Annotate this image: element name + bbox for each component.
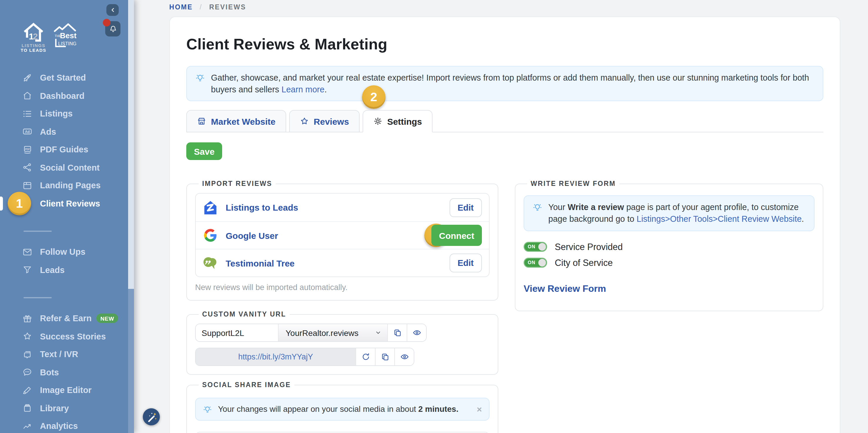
write-review-alert: Your Write a review page is part of your… (524, 195, 814, 231)
preview-short-url-button[interactable] (394, 348, 414, 365)
view-review-form-link[interactable]: View Review Form (524, 283, 814, 294)
copy-vanity-button[interactable] (387, 324, 407, 341)
sidebar-divider (24, 297, 52, 298)
sidebar-scrollbar[interactable] (128, 0, 134, 433)
content-card: 2 Client Reviews & Marketing Gather, sho… (169, 16, 840, 433)
sidebar-item-get-started[interactable]: Get Started (0, 69, 134, 87)
regenerate-short-url-button[interactable] (355, 348, 375, 365)
wr-alert-period: . (802, 214, 804, 224)
sidebar-item-label: Leads (40, 265, 65, 275)
sidebar-item-label: Analytics (40, 422, 78, 431)
toggle-knob (538, 259, 546, 266)
sidebar-item-label: Library (40, 404, 69, 413)
eye-icon (412, 328, 421, 337)
sidebar-item-label: Ads (40, 127, 56, 137)
lightbulb-icon (203, 405, 212, 415)
sidebar-item-pdf-guides[interactable]: PDF PDF Guides (0, 141, 134, 158)
copy-short-url-button[interactable] (375, 348, 394, 365)
write-review-form-section: WRITE REVIEW FORM Your Write a review pa… (515, 180, 823, 311)
source-name: Listings to Leads (226, 202, 298, 212)
paintbrush-icon (22, 385, 32, 395)
import-reviews-section: IMPORT REVIEWS Listings to Leads Edit (186, 180, 498, 300)
sidebar-collapse-button[interactable] (106, 4, 119, 16)
sidebar-item-label: Follow Ups (40, 248, 86, 257)
sidebar-scrollbar-thumb[interactable] (128, 0, 134, 289)
sidebar-item-listings[interactable]: Listings (0, 105, 134, 123)
sidebar-item-refer-earn[interactable]: Refer & Earn NEW (0, 310, 134, 327)
info-banner-text: Gather, showcase, and market your real e… (211, 71, 814, 95)
social-alert-bold: 2 minutes. (418, 405, 459, 413)
sidebar-item-label: Text / IVR (40, 350, 78, 359)
import-sources-list: Listings to Leads Edit (195, 193, 490, 277)
svg-text:Ad: Ad (25, 130, 30, 134)
tab-settings[interactable]: Settings (363, 110, 433, 133)
lightbulb-icon (195, 73, 205, 83)
social-share-image-section: SOCIAL SHARE IMAGE Your changes will app… (186, 381, 498, 433)
tab-reviews[interactable]: Reviews (289, 110, 360, 133)
svg-text:Best: Best (60, 31, 77, 40)
sidebar-item-dashboard[interactable]: Dashboard (0, 87, 134, 105)
client-review-website-link[interactable]: Listings>Other Tools>Client Review Websi… (637, 214, 802, 224)
gear-icon (373, 116, 382, 126)
bell-icon (108, 24, 117, 33)
toggle-row-service-provided: ON Service Provided (524, 240, 814, 253)
edit-listings-to-leads-button[interactable]: Edit (449, 198, 482, 217)
short-url-group: https://bit.ly/3mYYajY (195, 348, 414, 366)
settings-columns: IMPORT REVIEWS Listings to Leads Edit (186, 180, 823, 433)
notifications-button[interactable] (105, 21, 121, 36)
vanity-domain-select[interactable]: YourRealtor.reviews (278, 324, 387, 341)
tab-bar: Market Website Reviews Settings (186, 110, 823, 133)
vanity-url-group: YourRealtor.reviews (195, 324, 427, 342)
tab-market-website[interactable]: Market Website (186, 110, 286, 133)
city-of-service-toggle[interactable]: ON (524, 258, 547, 268)
sidebar-item-bots[interactable]: Bots (0, 363, 134, 381)
learn-more-link[interactable]: Learn more (281, 85, 324, 94)
breadcrumb-separator: / (199, 3, 202, 10)
service-provided-toggle[interactable]: ON (524, 242, 547, 252)
sidebar-item-ads[interactable]: Ad Ads (0, 123, 134, 141)
import-row-google-user: Google User 3 Connect (196, 221, 489, 249)
sidebar-item-label: Image Editor (40, 386, 92, 395)
write-review-legend: WRITE REVIEW FORM (527, 180, 619, 187)
sidebar-item-success-stories[interactable]: Success Stories (0, 327, 134, 345)
main-content: HOME / REVIEWS 2 Client Reviews & Market… (134, 0, 868, 433)
sidebar-item-label: Refer & Earn (40, 314, 92, 323)
share-nodes-icon (22, 163, 32, 173)
chevron-down-icon (375, 329, 381, 336)
new-badge: NEW (96, 314, 118, 323)
svg-text:TO LEADS: TO LEADS (21, 48, 46, 53)
preview-vanity-button[interactable] (407, 324, 426, 341)
custom-vanity-url-section: CUSTOM VANITY URL YourRealtor.reviews (186, 311, 498, 375)
sidebar-nav: Get Started Dashboard Listings Ad Ads PD… (0, 0, 134, 433)
save-button[interactable]: Save (186, 142, 222, 160)
sidebar-item-image-editor[interactable]: Image Editor (0, 381, 134, 399)
toggle-label: Service Provided (555, 241, 623, 252)
svg-text:2: 2 (33, 31, 38, 41)
breadcrumb-home-link[interactable]: HOME (169, 3, 193, 10)
magic-wand-button[interactable] (143, 408, 160, 425)
sidebar-item-label: Landing Pages (40, 181, 100, 190)
step-badge-1: 1 (8, 192, 31, 215)
vanity-slug-input[interactable] (196, 324, 278, 341)
sidebar-item-social-content[interactable]: Social Content (0, 158, 134, 176)
sidebar-item-library[interactable]: Library (0, 399, 134, 417)
source-name: Google User (226, 230, 278, 240)
close-icon[interactable]: × (476, 403, 482, 416)
import-note: New reviews will be imported automatical… (195, 283, 490, 292)
svg-text:LISTING: LISTING (58, 41, 76, 46)
sidebar-item-label: Dashboard (40, 91, 85, 100)
refresh-icon (361, 352, 370, 361)
copy-icon (393, 328, 402, 337)
connect-google-button[interactable]: Connect (431, 225, 482, 246)
short-url-field: https://bit.ly/3mYYajY (196, 348, 355, 365)
social-alert-body: Your changes will appear on your social … (218, 405, 418, 413)
import-reviews-legend: IMPORT REVIEWS (198, 180, 276, 187)
sidebar-item-analytics[interactable]: Analytics (0, 417, 134, 433)
social-share-legend: SOCIAL SHARE IMAGE (198, 381, 294, 388)
sidebar-item-leads[interactable]: Leads (0, 261, 134, 279)
edit-testimonial-tree-button[interactable]: Edit (449, 254, 482, 272)
listings-to-leads-logo: 1 2 LISTINGS TO LEADS (20, 21, 47, 53)
sidebar-item-follow-ups[interactable]: Follow Ups (0, 243, 134, 261)
sidebar-item-text-ivr[interactable]: Text / IVR (0, 345, 134, 363)
short-url-link[interactable]: https://bit.ly/3mYYajY (238, 352, 313, 361)
